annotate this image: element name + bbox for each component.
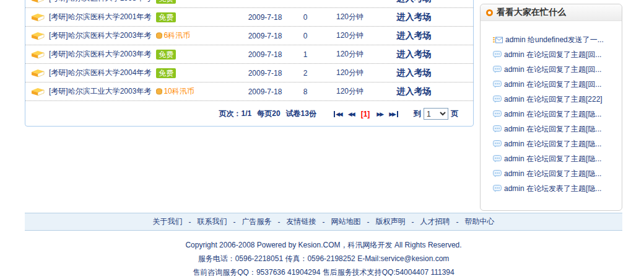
footer-link-jobs[interactable]: 人才招聘 <box>420 216 450 227</box>
list-item: admin 在论坛回复了主题[隐... <box>493 107 617 122</box>
book-icon <box>31 69 45 78</box>
copyright-line: Copyright 2006-2008 Powered by Kesion.CO… <box>25 238 622 252</box>
copyright-block: Copyright 2006-2008 Powered by Kesion.CO… <box>25 238 622 276</box>
exam-title-cell: [考研]哈尔滨工业大学2003年考 10科汛币 <box>25 86 241 97</box>
exam-title-cell: [考研]哈尔滨医科大学2003年考 免费 <box>25 49 241 60</box>
footer-link-sitemap[interactable]: 网站地图 <box>331 216 361 227</box>
list-item: admin 在论坛回复了主题[隐... <box>493 122 617 136</box>
enter-exam-link[interactable]: 进入考场 <box>397 12 432 22</box>
book-icon <box>31 13 45 22</box>
enter-exam-link[interactable]: 进入考场 <box>397 49 432 59</box>
coin-icon <box>156 32 162 39</box>
page-select[interactable]: 1 <box>424 108 448 120</box>
first-page-icon[interactable]: ◀◀ <box>334 111 342 117</box>
activity-text[interactable]: admin 在论坛回复了主题[隐... <box>504 124 601 135</box>
table-row: [考研]哈尔滨医科大学2004年考 免费 2009-7-18 2 120分钟 进… <box>25 64 473 82</box>
exam-date: 2009-7-18 <box>241 69 289 78</box>
exam-title-link[interactable]: [考研]哈尔滨医科大学2003年考 <box>49 30 151 41</box>
activity-text[interactable]: admin 在论坛回复了主题[回... <box>504 50 601 60</box>
exam-count: 8 <box>289 87 321 96</box>
exam-count: 0 <box>289 13 321 22</box>
book-icon <box>31 50 45 59</box>
comment-icon <box>493 185 502 192</box>
activity-text[interactable]: admin 在论坛回复了主题[回... <box>504 79 601 90</box>
current-page-number[interactable]: [1] <box>361 111 370 117</box>
pagination-bar: 页次：1/1 每页20 试卷13份 ◀◀ ◀◀ [1] ▶▶ ▶▶ 到 1 页 <box>25 101 473 127</box>
list-item: admin 在论坛回复了主题[222] <box>493 92 617 107</box>
activity-text[interactable]: admin 在论坛回复了主题[222] <box>504 94 603 105</box>
total-count-info: 试卷13份 <box>286 109 316 119</box>
exam-title-link[interactable]: [考研]哈尔滨医科大学2004年考 <box>49 68 151 78</box>
comment-icon <box>493 96 502 103</box>
footer-link-friends[interactable]: 友情链接 <box>287 216 316 227</box>
free-badge: 免费 <box>156 12 176 22</box>
last-page-icon[interactable]: ▶▶ <box>389 111 398 117</box>
book-icon <box>31 0 45 3</box>
activity-text[interactable]: admin 在论坛回复了主题[隐... <box>504 169 601 179</box>
prev-page-icon[interactable]: ◀◀ <box>348 111 354 117</box>
exam-count: 2 <box>289 69 321 78</box>
exam-title-cell: [考研]哈尔滨医科大学2001年考 免费 <box>25 12 241 22</box>
comment-icon <box>493 155 502 162</box>
exam-title-cell: [考研]哈尔滨医科大学2003年考 6科汛币 <box>25 30 241 41</box>
activity-text[interactable]: admin 在论坛回复了主题[回... <box>504 65 601 75</box>
link-separator: - <box>233 218 236 226</box>
footer-link-copyright[interactable]: 版权声明 <box>376 216 406 227</box>
link-separator: - <box>367 218 370 226</box>
mail-icon <box>493 37 503 43</box>
list-item: admin 在论坛回复了主题[回... <box>493 62 617 77</box>
enter-exam-link[interactable]: 进入考场 <box>397 0 432 3</box>
table-row: [考研]哈尔滨医科大学2003年考 免费 2009-7-18 1 120分钟 进… <box>25 45 473 64</box>
comment-icon <box>493 110 502 118</box>
activity-text[interactable]: admin 在论坛回复了主题[隐... <box>504 109 601 120</box>
list-item: admin 在论坛回复了主题[隐... <box>493 166 617 181</box>
coin-price: 6科汛币 <box>156 30 190 41</box>
link-separator: - <box>278 218 281 226</box>
footer-link-help[interactable]: 帮助中心 <box>465 216 495 227</box>
exam-count: 0 <box>289 32 321 40</box>
table-row: [考研]哈尔滨医科大学2001年考 免费 2009-7-18 0 120分钟 进… <box>25 8 473 27</box>
free-badge: 免费 <box>156 0 176 4</box>
activity-panel: 看看大家在忙什么 admin 给undefined发送了一... admin 在… <box>480 4 622 211</box>
book-icon <box>31 32 45 40</box>
comment-icon <box>493 66 502 73</box>
page-info: 页次：1/1 <box>219 109 252 119</box>
exam-title-link[interactable]: [考研]哈尔滨医科大学1998年考 <box>49 0 151 4</box>
enter-exam-link[interactable]: 进入考场 <box>397 86 432 96</box>
activity-text[interactable]: admin 在论坛发表了主题[隐... <box>504 184 601 194</box>
link-separator: - <box>456 218 459 226</box>
activity-panel-header: 看看大家在忙什么 <box>481 4 622 21</box>
exam-date: 2009-7-18 <box>241 87 289 96</box>
exam-duration: 120分钟 <box>321 86 378 97</box>
table-row: [考研]哈尔滨医科大学1998年考 免费 进入考场 <box>25 0 473 8</box>
exam-title-link[interactable]: [考研]哈尔滨医科大学2001年考 <box>49 12 151 22</box>
link-separator: - <box>189 218 191 226</box>
comment-icon <box>493 125 502 133</box>
exam-duration: 120分钟 <box>321 30 378 41</box>
exam-title-link[interactable]: [考研]哈尔滨医科大学2003年考 <box>49 49 151 60</box>
copyright-line: 售前咨询服务QQ：9537636 41904294 售后服务技术支持QQ:540… <box>25 265 622 276</box>
list-item: admin 在论坛回复了主题[隐... <box>493 151 617 166</box>
exam-title-link[interactable]: [考研]哈尔滨工业大学2003年考 <box>49 86 151 97</box>
list-item: admin 在论坛回复了主题[隐... <box>493 136 617 151</box>
footer-link-contact[interactable]: 联系我们 <box>198 216 227 227</box>
page-nav: ◀◀ ◀◀ [1] ▶▶ ▶▶ <box>331 111 401 117</box>
table-row: [考研]哈尔滨医科大学2003年考 6科汛币 2009-7-18 0 120分钟… <box>25 27 473 45</box>
per-page-info: 每页20 <box>257 109 280 119</box>
comment-icon <box>493 51 502 58</box>
table-row: [考研]哈尔滨工业大学2003年考 10科汛币 2009-7-18 8 120分… <box>25 82 473 101</box>
free-badge: 免费 <box>156 50 176 60</box>
enter-exam-link[interactable]: 进入考场 <box>397 68 432 78</box>
exam-duration: 120分钟 <box>321 12 378 22</box>
next-page-icon[interactable]: ▶▶ <box>376 111 383 117</box>
activity-text[interactable]: admin 给undefined发送了一... <box>505 35 604 45</box>
goto-label: 到 <box>414 109 421 119</box>
activity-text[interactable]: admin 在论坛回复了主题[隐... <box>504 154 601 164</box>
footer-link-ads[interactable]: 广告服务 <box>242 216 272 227</box>
footer-link-about[interactable]: 关于我们 <box>153 216 183 227</box>
enter-exam-link[interactable]: 进入考场 <box>397 30 432 40</box>
activity-text[interactable]: admin 在论坛回复了主题[隐... <box>504 139 601 149</box>
orange-bullet-icon <box>486 9 493 16</box>
footer-nav-bar: 关于我们- 联系我们- 广告服务- 友情链接- 网站地图- 版权声明- 人才招聘… <box>25 213 622 231</box>
coin-price: 10科汛币 <box>156 86 194 97</box>
